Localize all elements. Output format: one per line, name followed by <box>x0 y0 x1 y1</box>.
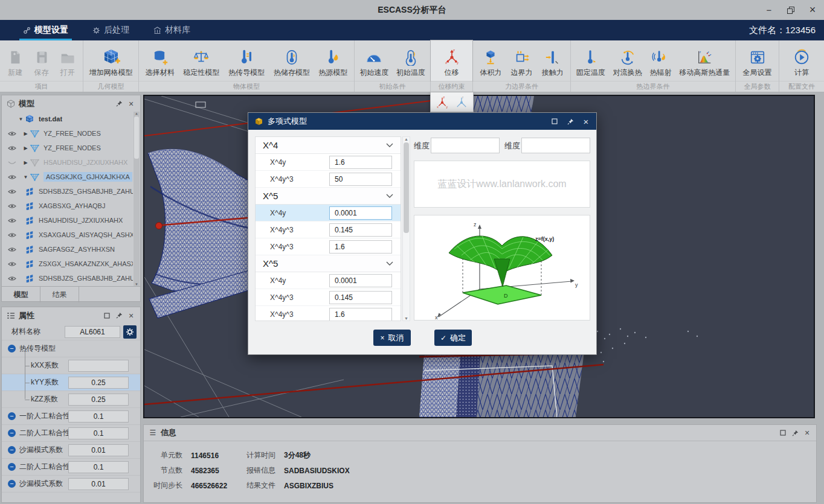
term-value-input[interactable] <box>329 274 392 287</box>
stability-model-button[interactable]: 稳定性模型 <box>181 48 222 79</box>
boundary-force-button[interactable]: 边界力 <box>509 48 535 79</box>
pin-icon[interactable] <box>791 429 799 437</box>
property-value-input[interactable] <box>68 461 129 473</box>
tree-item[interactable]: ▶ YZ_FREE_NODES <box>2 126 140 141</box>
property-value-input[interactable] <box>68 377 129 389</box>
tab-results[interactable]: 结果 <box>40 287 79 302</box>
tree-item[interactable]: SAGFASGZ_ASYHHXSN <box>2 242 140 257</box>
material-name-input[interactable] <box>65 326 120 338</box>
pin-icon[interactable] <box>115 100 123 108</box>
term-value-input[interactable] <box>329 308 392 321</box>
term-value-input[interactable] <box>329 223 392 237</box>
open-button[interactable]: 打开 <box>57 48 79 79</box>
global-settings-button[interactable]: 全局设置 <box>741 48 774 79</box>
section-header[interactable]: X^5 <box>256 255 401 272</box>
tree-item[interactable]: SDHSBJZS_GHSABJHB_ZAHU <box>2 184 140 199</box>
tree-scrollbar[interactable]: ▲ ▼ <box>134 112 140 286</box>
tree-item-selected[interactable]: ▼ AGSGKJKG_GJHXAJKHXA <box>2 170 140 184</box>
property-value-input[interactable] <box>68 360 129 372</box>
eye-visible-icon[interactable] <box>8 261 18 267</box>
eye-visible-icon[interactable] <box>8 218 18 223</box>
moving-gauss-flux-button[interactable]: z 移动高斯热通量 <box>677 48 732 79</box>
save-button[interactable]: 保存 <box>31 48 53 79</box>
scroll-up-icon[interactable]: ▲ <box>404 137 408 141</box>
term-value-input[interactable] <box>329 206 392 220</box>
tree-expanded-icon[interactable]: ▼ <box>22 174 29 180</box>
close-panel-icon[interactable]: × <box>127 100 135 108</box>
property-value-input[interactable] <box>68 478 129 490</box>
tree-expanded-icon[interactable]: ▼ <box>18 116 24 122</box>
body-force-button[interactable]: 体积力 <box>477 48 504 79</box>
restore-panel-icon[interactable] <box>779 429 787 437</box>
heat-storage-model-button[interactable]: 热储存模型 <box>271 48 312 79</box>
scroll-up-icon[interactable]: ▲ <box>135 112 138 115</box>
minimize-button[interactable]: − <box>762 4 776 17</box>
scroll-thumb[interactable] <box>134 116 139 159</box>
displacement-alt-option-icon[interactable]: z <box>454 94 469 110</box>
tree-collapsed-icon[interactable]: ▶ <box>22 131 29 136</box>
pin-icon[interactable] <box>566 117 575 126</box>
add-mesh-model-button[interactable]: 增加网格模型 <box>87 46 135 79</box>
tree-item[interactable]: ▶ YZ_FREE_NODES <box>2 141 140 155</box>
scroll-thumb[interactable] <box>404 142 409 233</box>
close-window-button[interactable]: × <box>806 4 819 17</box>
eye-hidden-icon[interactable] <box>8 160 18 165</box>
restore-panel-icon[interactable] <box>103 311 111 320</box>
heat-source-model-button[interactable]: 热源模型 <box>316 48 350 79</box>
term-value-input[interactable] <box>329 173 392 186</box>
property-group-row[interactable]: − 热传导模型 <box>2 340 140 357</box>
eye-visible-icon[interactable] <box>8 189 18 194</box>
eye-visible-icon[interactable] <box>8 247 18 252</box>
tab-model[interactable]: 模型 <box>2 287 40 302</box>
property-value-input[interactable] <box>68 394 129 406</box>
initial-temperature-button[interactable]: 初始温度 <box>394 48 428 79</box>
radiation-button[interactable]: 热辐射 <box>647 48 674 79</box>
displacement-xyz-option-icon[interactable]: zxy <box>435 94 449 110</box>
initial-velocity-button[interactable]: 初始速度 <box>357 48 391 79</box>
tree-item[interactable]: ▶ HSAUHDISU_JZXIUXHAHX <box>2 155 140 170</box>
term-value-input[interactable] <box>329 156 392 169</box>
dimension-input-1[interactable] <box>431 138 500 153</box>
tree-item[interactable]: HSAUHDISU_JZXIUXHAHX <box>2 213 140 228</box>
new-button[interactable]: 新建 <box>4 48 26 79</box>
close-dialog-icon[interactable]: × <box>582 117 590 126</box>
property-value-input[interactable] <box>68 410 129 423</box>
eye-visible-icon[interactable] <box>8 131 18 136</box>
eye-visible-icon[interactable] <box>8 276 18 281</box>
tab-model-setup[interactable]: 模型设置 <box>22 20 69 40</box>
restore-button[interactable] <box>784 4 797 17</box>
pin-icon[interactable] <box>115 311 123 320</box>
displacement-button[interactable]: zxy 位移 <box>440 46 463 79</box>
eye-visible-icon[interactable] <box>8 203 18 209</box>
tree-item[interactable]: XAGBSXG_AYHAQBJ <box>2 199 140 213</box>
collapse-icon[interactable]: − <box>8 463 16 471</box>
property-value-input[interactable] <box>68 444 129 456</box>
cancel-button[interactable]: × 取消 <box>373 330 411 346</box>
tree-collapsed-icon[interactable]: ▶ <box>22 160 29 165</box>
collapse-icon[interactable]: − <box>8 429 16 437</box>
eye-visible-icon[interactable] <box>8 232 18 238</box>
section-header[interactable]: X^4 <box>256 137 401 154</box>
ok-button[interactable]: ✓ 确定 <box>434 330 472 346</box>
eye-visible-icon[interactable] <box>8 145 18 151</box>
tab-post-processing[interactable]: 后处理 <box>91 20 130 40</box>
close-panel-icon[interactable]: × <box>127 311 135 320</box>
scroll-down-icon[interactable]: ▼ <box>135 282 138 286</box>
collapse-icon[interactable]: − <box>8 480 16 488</box>
fixed-temperature-button[interactable]: 固定温度 <box>574 48 608 79</box>
material-settings-button[interactable] <box>123 325 137 339</box>
term-value-input[interactable] <box>329 291 392 304</box>
eye-visible-icon[interactable] <box>8 174 18 180</box>
tree-root[interactable]: ▼ test.dat <box>2 112 140 126</box>
section-header[interactable]: X^5 <box>256 188 401 205</box>
tab-material-library[interactable]: 材料库 <box>152 20 192 40</box>
compute-button[interactable]: 计算 <box>791 48 813 79</box>
dimension-input-2[interactable] <box>521 138 590 153</box>
convection-button[interactable]: 对流换热 <box>611 48 645 79</box>
collapse-icon[interactable]: − <box>8 345 16 352</box>
dialog-header[interactable]: 多项式模型 × <box>248 113 596 130</box>
heat-conduction-model-button[interactable]: 热传导模型 <box>226 48 267 79</box>
scroll-down-icon[interactable]: ▼ <box>404 316 408 321</box>
dialog-scrollbar[interactable]: ▲ ▼ <box>402 136 410 321</box>
restore-dialog-icon[interactable] <box>550 117 559 126</box>
